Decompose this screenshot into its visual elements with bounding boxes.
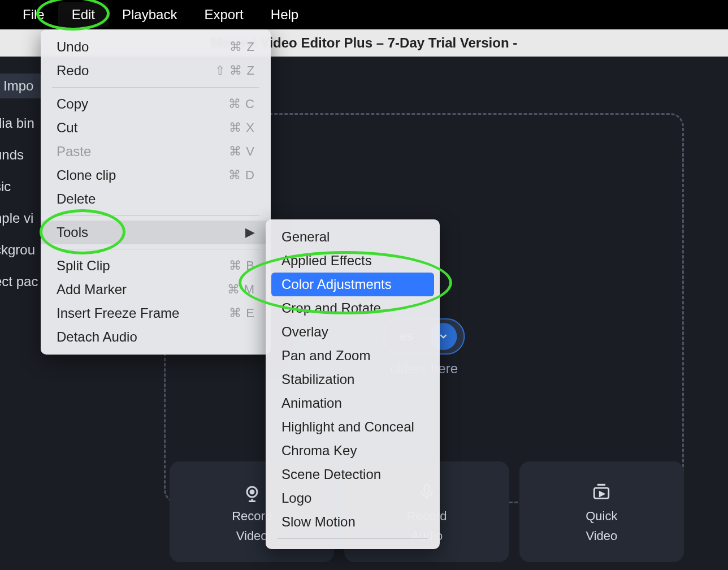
menu-item-label: Paste [57,144,91,159]
menu-file[interactable]: File [9,2,58,27]
edit-menu-panel: Undo ⌘ Z Redo ⇧ ⌘ Z Copy ⌘ C Cut ⌘ X Pas… [41,29,271,355]
menu-item-label: Copy [57,96,88,112]
menu-playback[interactable]: Playback [109,2,190,27]
menu-help[interactable]: Help [257,2,312,27]
menu-separator [52,87,259,88]
sidebar-item[interactable]: sic [0,171,38,202]
submenu-item-crop-rotate[interactable]: Crop and Rotate [266,296,440,320]
menu-item-paste: Paste ⌘ V [41,140,271,163]
menu-shortcut: ⌘ Z [229,40,255,54]
menu-item-label: Detach Audio [57,329,137,345]
menu-export[interactable]: Export [190,2,257,27]
menu-item-undo[interactable]: Undo ⌘ Z [41,35,271,59]
camera-icon [242,481,262,503]
menu-shortcut: ⌘ E [229,306,255,321]
menu-item-label: Delete [57,191,96,207]
menu-item-add-marker[interactable]: Add Marker ⌘ M [41,278,271,301]
action-label: Quick [586,509,617,523]
sidebar-item[interactable]: ckgrou [0,234,38,266]
submenu-item-scene-detection[interactable]: Scene Detection [266,463,440,486]
menu-shortcut: ⌘ D [228,168,255,183]
menu-item-cut[interactable]: Cut ⌘ X [41,116,271,140]
action-label: Video [236,529,268,543]
submenu-item-overlay[interactable]: Overlay [266,320,440,344]
submenu-item-chroma-key[interactable]: Chroma Key [266,439,440,463]
menu-item-label: Undo [57,39,89,55]
menu-item-detach-audio[interactable]: Detach Audio [41,325,271,349]
chevron-down-icon [439,331,449,342]
menu-edit[interactable]: Edit [58,2,109,27]
quick-video-icon [592,481,611,503]
quick-video-button[interactable]: Quick Video [519,461,684,562]
submenu-item-logo[interactable]: Logo [266,486,440,510]
sidebar-tab-import[interactable]: Impo [0,74,42,98]
menu-item-label: Tools [57,224,88,240]
menu-shortcut: ⌘ V [229,144,255,159]
submenu-item-pan-zoom[interactable]: Pan and Zoom [266,344,440,368]
menu-item-split-clip[interactable]: Split Clip ⌘ B [41,254,271,278]
menu-item-tools[interactable]: Tools ▶ [41,221,271,244]
submenu-item-stabilization[interactable]: Stabilization [266,368,440,391]
menu-item-delete[interactable]: Delete [41,187,271,211]
sidebar-item[interactable]: nple vi [0,202,38,234]
sidebar-item[interactable]: ect pac [0,266,38,297]
menu-shortcut: ⌘ C [228,97,255,111]
menu-item-copy[interactable]: Copy ⌘ C [41,92,271,116]
menu-shortcut: ⇧ ⌘ Z [215,63,255,78]
chevron-right-icon: ▶ [245,225,255,240]
menu-separator [277,538,428,539]
submenu-item-slow-motion[interactable]: Slow Motion [266,510,440,534]
menu-item-label: Add Marker [57,282,127,297]
menu-item-label: Split Clip [57,258,110,274]
menu-shortcut: ⌘ B [229,258,255,273]
os-menubar: File Edit Playback Export Help [0,0,728,29]
menu-item-label: Insert Freeze Frame [57,305,179,321]
menu-shortcut: ⌘ M [227,282,255,297]
submenu-item-applied-effects[interactable]: Applied Effects [266,249,440,273]
menu-item-label: Clone clip [57,167,116,183]
menu-separator [52,249,259,249]
sidebar-item[interactable]: unds [0,139,38,171]
menu-item-label: Redo [57,63,89,79]
action-label: Video [586,529,617,543]
submenu-item-animation[interactable]: Animation [266,391,440,415]
submenu-item-general[interactable]: General [266,225,440,249]
tools-submenu-panel: General Applied Effects Color Adjustment… [266,219,440,549]
submenu-item-highlight-conceal[interactable]: Highlight and Conceal [266,415,440,439]
menu-separator [52,215,259,216]
menu-item-clone-clip[interactable]: Clone clip ⌘ D [41,163,271,187]
menu-item-label: Cut [57,120,77,136]
sidebar-item[interactable]: dia bin [0,107,38,139]
menu-item-insert-freeze-frame[interactable]: Insert Freeze Frame ⌘ E [41,301,271,325]
menu-shortcut: ⌘ X [229,120,255,135]
submenu-item-color-adjustments[interactable]: Color Adjustments [271,273,434,296]
menu-item-redo[interactable]: Redo ⇧ ⌘ Z [41,59,271,83]
svg-point-1 [250,490,254,494]
